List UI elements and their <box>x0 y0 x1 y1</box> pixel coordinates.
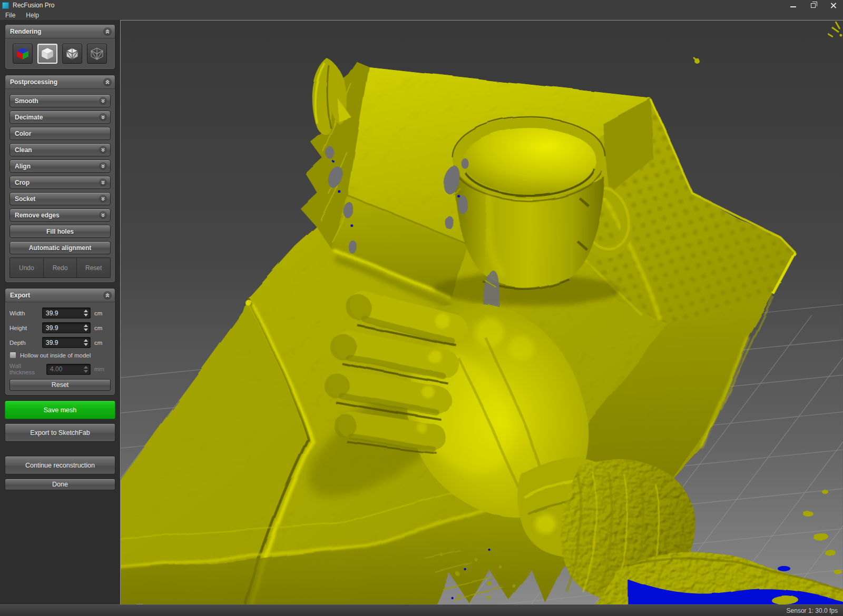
export-panel-header[interactable]: Export <box>5 289 115 302</box>
chevron-double-down-icon <box>99 113 107 121</box>
app-logo-icon <box>2 2 9 9</box>
sidebar: Rendering <box>0 20 120 604</box>
height-spinner[interactable] <box>84 324 88 331</box>
reset-history-button[interactable]: Reset <box>76 258 110 277</box>
postproc-item-socket[interactable]: Socket <box>9 192 111 205</box>
postprocessing-panel: Postprocessing Smooth Decimate <box>5 75 115 283</box>
depth-label: Depth <box>9 340 42 346</box>
spin-up-icon <box>84 310 88 312</box>
menubar: File Help <box>0 11 843 20</box>
postproc-item-label: Decimate <box>15 114 43 121</box>
fill-holes-button[interactable]: Fill holes <box>9 225 111 238</box>
rendering-panel: Rendering <box>5 24 115 69</box>
render-mode-solid-button[interactable] <box>37 44 57 64</box>
done-button[interactable]: Done <box>5 479 115 490</box>
wall-thickness-label: Wall thickness <box>9 363 46 375</box>
chevron-double-down-icon <box>99 178 107 186</box>
menu-file[interactable]: File <box>0 11 21 20</box>
postproc-item-align[interactable]: Align <box>9 160 111 173</box>
spin-up-icon <box>84 339 88 342</box>
rendering-panel-title: Rendering <box>10 28 41 35</box>
render-mode-solid-wireframe-button[interactable] <box>62 44 82 64</box>
render-mode-wireframe-button[interactable] <box>87 44 107 64</box>
sensor-status: Sensor 1: 30.0 fps <box>787 607 838 614</box>
spin-down-icon <box>84 314 88 316</box>
wall-thickness-unit: mm <box>94 366 104 372</box>
postproc-item-label: Clean <box>15 146 32 154</box>
continue-reconstruction-button[interactable]: Continue reconstruction <box>5 456 115 474</box>
automatic-alignment-button[interactable]: Automatic alignment <box>9 241 111 254</box>
postproc-item-label: Crop <box>15 179 30 186</box>
wall-thickness-value: 4.00 <box>50 365 62 373</box>
window-title: RecFusion Pro <box>13 2 54 9</box>
chevron-double-up-icon[interactable] <box>103 78 112 86</box>
depth-spinner[interactable] <box>84 339 88 346</box>
close-button[interactable] <box>823 0 843 11</box>
viewport-3d[interactable] <box>120 20 843 604</box>
close-icon <box>830 3 836 8</box>
postproc-item-remove-edges[interactable]: Remove edges <box>9 208 111 222</box>
save-mesh-button[interactable]: Save mesh <box>5 401 115 419</box>
postproc-item-label: Remove edges <box>15 212 60 219</box>
height-unit: cm <box>94 325 102 331</box>
height-label: Height <box>9 325 42 331</box>
width-input[interactable]: 39.9 <box>42 307 91 319</box>
scene-canvas[interactable] <box>121 21 843 604</box>
postprocessing-panel-header[interactable]: Postprocessing <box>5 75 115 89</box>
menu-help[interactable]: Help <box>21 11 44 20</box>
chevron-double-down-icon <box>99 146 107 154</box>
redo-button[interactable]: Redo <box>43 258 77 277</box>
postproc-item-clean[interactable]: Clean <box>9 143 111 156</box>
export-reset-button[interactable]: Reset <box>9 379 111 391</box>
statusbar: Sensor 1: 30.0 fps <box>0 604 843 616</box>
height-input[interactable]: 39.9 <box>42 322 91 333</box>
export-panel-title: Export <box>10 292 30 299</box>
chevron-double-down-icon <box>99 97 107 105</box>
window-controls <box>783 0 843 11</box>
width-unit: cm <box>94 310 102 316</box>
chevron-double-up-icon[interactable] <box>103 27 112 36</box>
hollow-label: Hollow out inside of model <box>20 352 91 359</box>
export-panel: Export Width 39.9 cm He <box>5 288 115 395</box>
solid-wireframe-cube-icon <box>65 47 79 61</box>
undo-button[interactable]: Undo <box>10 258 43 277</box>
width-spinner[interactable] <box>84 310 88 316</box>
postproc-item-smooth[interactable]: Smooth <box>9 94 111 107</box>
width-value: 39.9 <box>46 310 58 317</box>
history-buttons: Undo Redo Reset <box>9 257 111 278</box>
wall-thickness-input[interactable]: 4.00 <box>46 364 91 375</box>
spin-up-icon <box>84 366 88 369</box>
postproc-item-decimate[interactable]: Decimate <box>9 111 111 124</box>
rendering-panel-header[interactable]: Rendering <box>5 25 115 38</box>
wireframe-cube-icon <box>90 47 104 61</box>
solid-cube-icon <box>41 47 54 61</box>
postproc-item-crop[interactable]: Crop <box>9 176 111 189</box>
postproc-item-label: Smooth <box>15 97 38 105</box>
postproc-item-label: Color <box>15 130 31 137</box>
minimize-icon <box>790 6 796 7</box>
chevron-double-down-icon <box>99 211 107 219</box>
spin-down-icon <box>84 343 88 346</box>
postprocessing-panel-title: Postprocessing <box>10 78 57 86</box>
depth-unit: cm <box>94 340 102 346</box>
minimize-button[interactable] <box>783 0 803 11</box>
app-window: RecFusion Pro File Help Rendering <box>0 0 843 616</box>
depth-value: 39.9 <box>46 339 58 346</box>
wall-thickness-spinner[interactable] <box>84 366 88 373</box>
depth-input[interactable]: 39.9 <box>42 337 91 348</box>
titlebar: RecFusion Pro <box>0 0 843 11</box>
chevron-double-up-icon[interactable] <box>103 291 112 300</box>
width-label: Width <box>9 310 42 316</box>
render-mode-row <box>9 43 111 65</box>
height-value: 39.9 <box>46 324 58 332</box>
postproc-item-color[interactable]: Color <box>9 127 111 140</box>
postproc-item-label: Align <box>15 163 31 170</box>
restore-button[interactable] <box>803 0 823 11</box>
postproc-item-label: Socket <box>15 195 35 203</box>
render-mode-colored-button[interactable] <box>13 44 33 64</box>
chevron-double-down-icon <box>99 195 107 203</box>
spin-down-icon <box>84 329 88 331</box>
hollow-checkbox[interactable] <box>9 352 16 359</box>
export-sketchfab-button[interactable]: Export to SketchFab <box>5 423 115 442</box>
chevron-double-down-icon <box>99 162 107 170</box>
